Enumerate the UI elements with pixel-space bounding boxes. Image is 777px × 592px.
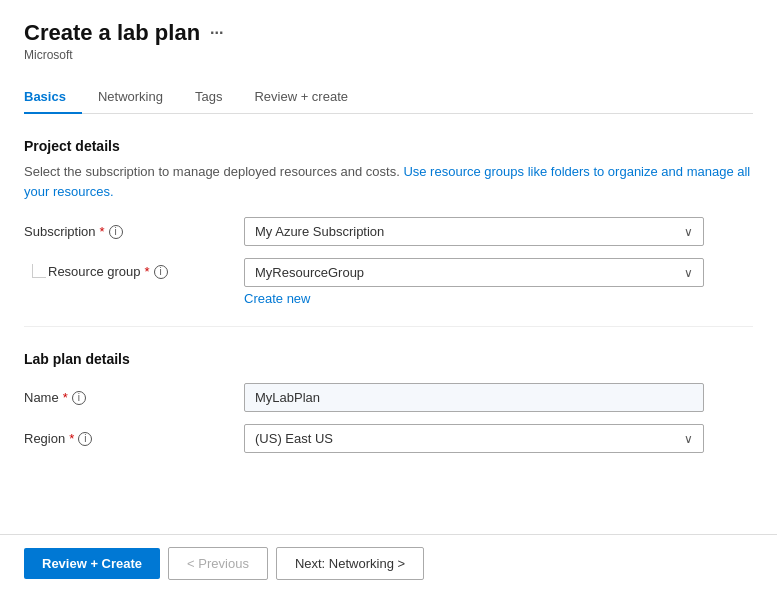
page-title-container: Create a lab plan ··· <box>24 20 753 46</box>
region-dropdown-container: (US) East US ∨ <box>244 424 704 453</box>
resource-group-chevron-icon: ∨ <box>684 266 693 280</box>
resource-group-label-container: Resource group * i <box>24 258 244 279</box>
name-label: Name * i <box>24 390 244 405</box>
subscription-label: Subscription * i <box>24 224 244 239</box>
resource-group-required: * <box>145 264 150 279</box>
tab-basics[interactable]: Basics <box>24 81 82 114</box>
region-row: Region * i (US) East US ∨ <box>24 424 753 453</box>
page-title: Create a lab plan <box>24 20 200 46</box>
name-input-container <box>244 383 704 412</box>
resource-group-info-icon[interactable]: i <box>154 265 168 279</box>
lab-plan-details-heading: Lab plan details <box>24 351 753 367</box>
region-dropdown[interactable]: (US) East US ∨ <box>244 424 704 453</box>
resource-group-dropdown-container: MyResourceGroup ∨ Create new <box>244 258 704 306</box>
tab-networking[interactable]: Networking <box>98 81 179 114</box>
project-details-heading: Project details <box>24 138 753 154</box>
section-divider <box>24 326 753 327</box>
resource-group-label: Resource group * i <box>48 264 168 279</box>
region-required: * <box>69 431 74 446</box>
create-new-link[interactable]: Create new <box>244 291 704 306</box>
name-required: * <box>63 390 68 405</box>
project-description: Select the subscription to manage deploy… <box>24 162 753 201</box>
next-button[interactable]: Next: Networking > <box>276 547 424 580</box>
previous-button[interactable]: < Previous <box>168 547 268 580</box>
name-info-icon[interactable]: i <box>72 391 86 405</box>
subscription-required: * <box>100 224 105 239</box>
tab-review-create[interactable]: Review + create <box>254 81 364 114</box>
ellipsis-menu[interactable]: ··· <box>210 24 223 42</box>
subscription-dropdown-container: My Azure Subscription ∨ <box>244 217 704 246</box>
subscription-chevron-icon: ∨ <box>684 225 693 239</box>
tab-bar: Basics Networking Tags Review + create <box>24 80 753 114</box>
resource-group-dropdown[interactable]: MyResourceGroup ∨ <box>244 258 704 287</box>
page-subtitle: Microsoft <box>24 48 753 62</box>
subscription-row: Subscription * i My Azure Subscription ∨ <box>24 217 753 246</box>
name-row: Name * i <box>24 383 753 412</box>
tab-tags[interactable]: Tags <box>195 81 238 114</box>
subscription-info-icon[interactable]: i <box>109 225 123 239</box>
region-label: Region * i <box>24 431 244 446</box>
name-input[interactable] <box>244 383 704 412</box>
region-info-icon[interactable]: i <box>78 432 92 446</box>
footer: Review + Create < Previous Next: Network… <box>0 534 777 592</box>
review-create-button[interactable]: Review + Create <box>24 548 160 579</box>
region-chevron-icon: ∨ <box>684 432 693 446</box>
subscription-dropdown[interactable]: My Azure Subscription ∨ <box>244 217 704 246</box>
